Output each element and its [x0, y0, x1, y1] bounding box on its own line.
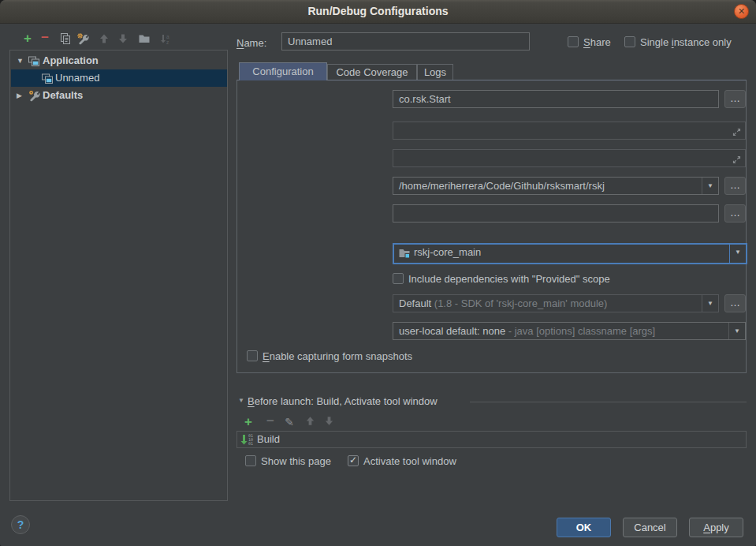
collapsed-caret-icon[interactable]: ▶	[17, 87, 22, 104]
add-icon: +	[241, 415, 255, 429]
dropdown-button[interactable]: ▼	[728, 323, 745, 339]
browse-icon: …	[730, 297, 740, 309]
run-debug-configurations-dialog: Run/Debug Configurations ✕ + −	[0, 0, 756, 546]
task-row-build[interactable]: 011001 Build	[237, 432, 746, 447]
cancel-button[interactable]: Cancel	[623, 518, 677, 537]
before-launch-edit-button[interactable]: ✎	[282, 415, 296, 429]
expand-field-icon[interactable]	[732, 125, 742, 142]
help-button[interactable]: ?	[11, 515, 30, 534]
activate-tool-window-checkbox[interactable]: ✓	[348, 455, 359, 466]
dropdown-button[interactable]: ▼	[702, 295, 718, 312]
move-down-icon	[323, 415, 335, 427]
working-directory-combo[interactable]: /home/meriherrera/Code/Github/rsksmart/r…	[393, 177, 719, 195]
activate-tool-window-label[interactable]: Activate tool window	[363, 454, 456, 468]
share-checkbox[interactable]	[568, 36, 579, 47]
create-folder-button[interactable]	[137, 32, 151, 47]
move-up-button[interactable]	[97, 32, 111, 47]
name-input[interactable]: Unnamed	[281, 32, 530, 50]
include-provided-checkbox[interactable]	[393, 273, 404, 284]
before-launch-move-up-button[interactable]	[303, 415, 317, 429]
remove-configuration-button[interactable]: −	[38, 32, 52, 46]
dropdown-arrow-icon: ▼	[702, 295, 718, 312]
tree-item-defaults[interactable]: ▶ Defaults	[11, 87, 227, 104]
program-arguments-input[interactable]	[393, 149, 746, 167]
remove-icon: −	[38, 32, 52, 44]
dropdown-button[interactable]: ▼	[702, 178, 718, 194]
defaults-wrench-icon	[28, 89, 41, 108]
browse-icon: …	[730, 207, 740, 219]
dropdown-arrow-icon: ▼	[730, 245, 746, 260]
before-launch-header[interactable]: Before launch: Build, Activate tool wind…	[248, 395, 438, 408]
before-launch-add-button[interactable]: +	[241, 415, 255, 429]
sort-alphabetically-icon: a z	[159, 32, 172, 45]
move-down-button[interactable]	[116, 32, 130, 47]
show-this-page-label[interactable]: Show this page	[261, 454, 331, 468]
name-label: Name:	[236, 36, 266, 50]
share-label[interactable]: Share	[583, 36, 611, 49]
before-launch-move-down-button[interactable]	[322, 415, 336, 429]
window-title: Run/Debug Configurations	[0, 0, 756, 24]
expanded-caret-icon[interactable]: ▼	[17, 52, 24, 69]
move-up-icon	[304, 415, 316, 427]
working-directory-browse-button[interactable]: …	[724, 177, 746, 195]
module-classpath-combo[interactable]: rskj-core_main ▼	[393, 243, 747, 264]
browse-icon: …	[730, 92, 740, 104]
main-class-browse-button[interactable]: …	[724, 90, 746, 108]
single-instance-checkbox[interactable]	[624, 36, 635, 47]
capture-snapshots-label[interactable]: Enable capturing form snapshots	[263, 350, 412, 363]
task-label: Build	[257, 432, 280, 447]
add-icon: +	[20, 32, 35, 46]
vm-options-input[interactable]	[393, 122, 746, 140]
apply-button[interactable]: Apply	[689, 518, 743, 537]
section-divider	[470, 402, 747, 402]
include-provided-label[interactable]: Include dependencies with "Provided" sco…	[408, 272, 610, 286]
shorten-command-line-combo[interactable]: user-local default: none - java [options…	[393, 322, 746, 340]
svg-text:z: z	[166, 39, 169, 45]
tree-item-application[interactable]: ▼ Application	[11, 52, 227, 69]
tab-configuration[interactable]: Configuration	[239, 62, 327, 80]
dropdown-arrow-icon: ▼	[729, 323, 745, 339]
help-icon: ?	[17, 518, 24, 531]
sort-configurations-button[interactable]: a z	[158, 32, 173, 47]
environment-variables-browse-button[interactable]: …	[724, 204, 746, 223]
edit-pencil-icon: ✎	[282, 415, 296, 429]
close-button[interactable]: ✕	[734, 4, 749, 19]
build-icon: 011001	[240, 434, 253, 446]
title-bar[interactable]: Run/Debug Configurations ✕	[0, 0, 756, 24]
configurations-tree: ▼ Application Unnamed ▶	[9, 50, 228, 501]
before-launch-task-list: 011001 Build	[236, 431, 747, 448]
move-up-icon	[98, 32, 110, 45]
main-class-input[interactable]: co.rsk.Start	[393, 90, 719, 108]
jre-combo[interactable]: Default (1.8 - SDK of 'rskj-core_main' m…	[393, 294, 719, 312]
capture-snapshots-checkbox[interactable]	[247, 350, 258, 361]
environment-variables-input[interactable]	[393, 204, 719, 223]
wrench-gear-icon	[76, 32, 90, 46]
section-collapse-icon[interactable]: ▼	[238, 397, 244, 404]
single-instance-label[interactable]: Single instance only	[640, 36, 732, 49]
tree-item-unnamed[interactable]: Unnamed	[11, 69, 227, 87]
svg-text:a: a	[166, 34, 169, 39]
edit-defaults-button[interactable]	[76, 32, 90, 47]
before-launch-remove-button[interactable]: −	[263, 415, 277, 429]
check-icon: ✓	[348, 455, 358, 465]
folder-icon	[138, 32, 151, 45]
dropdown-arrow-icon: ▼	[702, 178, 718, 194]
remove-icon: −	[263, 415, 277, 428]
ok-button[interactable]: OK	[557, 518, 611, 537]
dropdown-button[interactable]: ▼	[729, 245, 746, 263]
move-down-icon	[117, 32, 129, 45]
copy-icon	[59, 32, 72, 45]
show-this-page-checkbox[interactable]	[245, 455, 256, 466]
tab-logs[interactable]: Logs	[417, 64, 453, 80]
jre-browse-button[interactable]: …	[724, 294, 746, 312]
browse-icon: …	[730, 179, 740, 191]
copy-configuration-button[interactable]	[58, 32, 73, 47]
tab-code-coverage[interactable]: Code Coverage	[327, 64, 417, 80]
add-configuration-button[interactable]: +	[20, 32, 35, 46]
expand-field-icon[interactable]	[732, 153, 742, 170]
close-icon: ✕	[738, 6, 745, 16]
module-icon	[398, 247, 411, 264]
